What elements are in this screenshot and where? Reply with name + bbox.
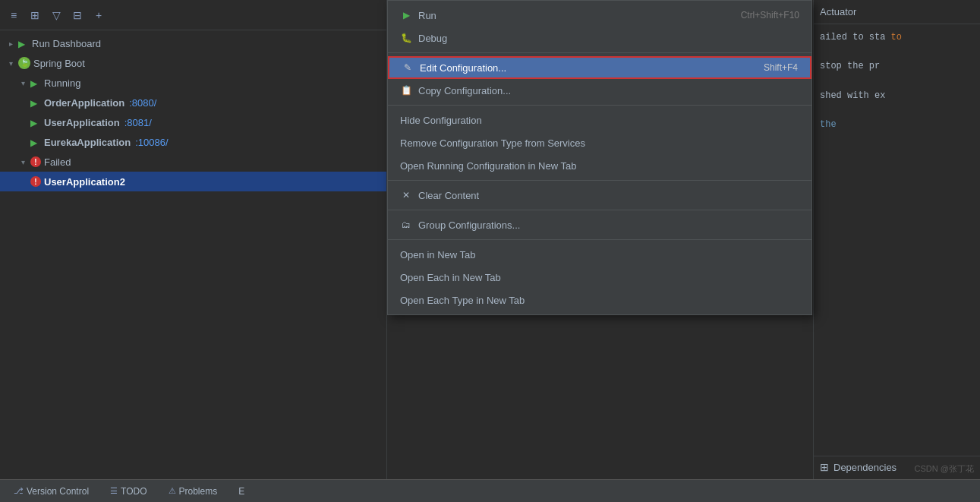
- eureka-app-port: :10086/: [135, 137, 168, 148]
- open-running-label: Open Running Configuration in New Tab: [400, 160, 576, 172]
- tree-item-run-dashboard[interactable]: Run Dashboard: [0, 33, 386, 53]
- arrow-running: [18, 78, 27, 87]
- spring-boot-label: Spring Boot: [33, 58, 85, 69]
- spring-boot-icon: 🍃: [18, 57, 30, 69]
- sidebar: ≡ ⊞ ▽ ⊟ + Run Dashboard 🍃 Spring Boot Ru…: [0, 0, 387, 502]
- menu-item-group-configs[interactable]: 🗂 Group Configurations...: [388, 213, 811, 236]
- tree-item-user-app2[interactable]: ! UserApplication2: [0, 172, 386, 191]
- run-icon-user: [30, 117, 41, 128]
- tree-item-eureka-app[interactable]: EurekaApplication :10086/: [0, 132, 386, 152]
- order-app-label: OrderApplication: [44, 97, 124, 109]
- console-line-4: the: [820, 118, 974, 132]
- open-new-tab-label: Open in New Tab: [400, 249, 476, 260]
- run-menu-icon: ▶: [400, 9, 412, 21]
- version-control-label: Version Control: [27, 486, 89, 497]
- open-each-new-tab-label: Open Each in New Tab: [400, 272, 501, 283]
- tree-item-order-app[interactable]: OrderApplication :8080/: [0, 93, 386, 112]
- todo-label: TODO: [121, 486, 147, 497]
- arrow-spring-boot: [6, 58, 15, 68]
- console-line-1: ailed to sta to: [820, 30, 974, 45]
- problems-label: Problems: [179, 486, 218, 497]
- divider-3: [388, 180, 811, 181]
- edit-config-shortcut: Shift+F4: [764, 62, 798, 73]
- running-label: Running: [44, 77, 80, 89]
- toolbar-icon-4[interactable]: ⊟: [70, 8, 85, 23]
- sidebar-toolbar: ≡ ⊞ ▽ ⊟ +: [0, 0, 386, 30]
- version-control-icon: ⎇: [14, 486, 24, 496]
- menu-item-open-each-new-tab[interactable]: Open Each in New Tab: [388, 266, 811, 289]
- run-icon-dashboard: [18, 38, 29, 49]
- tree-item-user-app[interactable]: UserApplication :8081/: [0, 112, 386, 132]
- group-configs-icon: 🗂: [400, 219, 412, 231]
- toolbar-icon-3[interactable]: ▽: [49, 8, 64, 23]
- divider-1: [388, 52, 811, 53]
- clear-content-label: Clear Content: [418, 190, 479, 201]
- error-icon-user2: !: [30, 176, 41, 187]
- open-each-type-label: Open Each Type in New Tab: [400, 295, 525, 306]
- bottom-bar: ⎇ Version Control ☰ TODO ⚠ Problems E: [0, 479, 980, 502]
- clear-content-icon: ✕: [400, 189, 412, 201]
- run-icon-eureka: [30, 137, 41, 147]
- tree-item-running[interactable]: Running: [0, 73, 386, 93]
- copy-config-label: Copy Configuration...: [418, 85, 511, 96]
- divider-2: [388, 105, 811, 106]
- debug-menu-icon: 🐛: [400, 32, 412, 44]
- run-label: Run: [418, 10, 436, 21]
- divider-5: [388, 239, 811, 240]
- context-menu: ▶ Run Ctrl+Shift+F10 🐛 Debug ✎ Edit Conf…: [387, 0, 812, 315]
- tab-extra[interactable]: E: [234, 480, 249, 502]
- menu-item-edit-config[interactable]: ✎ Edit Configuration... Shift+F4: [388, 56, 811, 79]
- run-icon-running: [30, 77, 41, 88]
- toolbar-icon-2[interactable]: ⊞: [27, 8, 43, 23]
- menu-item-open-each-type[interactable]: Open Each Type in New Tab: [388, 289, 811, 311]
- menu-item-remove-config[interactable]: Remove Configuration Type from Services: [388, 131, 811, 154]
- right-panel-title: Actuator: [814, 0, 980, 24]
- dependencies-label: Dependencies: [833, 462, 896, 473]
- user-app2-label: UserApplication2: [44, 176, 125, 188]
- user-app-label: UserApplication: [44, 117, 120, 128]
- edit-config-icon: ✎: [402, 62, 414, 74]
- arrow-run-dashboard: [6, 39, 15, 48]
- toolbar-icon-5[interactable]: +: [91, 8, 106, 23]
- error-icon-failed: !: [30, 156, 41, 167]
- tab-todo[interactable]: ☰ TODO: [106, 480, 151, 502]
- tree-item-spring-boot[interactable]: 🍃 Spring Boot: [0, 53, 386, 73]
- tab-problems[interactable]: ⚠ Problems: [164, 480, 222, 502]
- eureka-app-label: EurekaApplication: [44, 137, 131, 148]
- right-panel: Actuator ailed to sta to stop the pr she…: [813, 0, 980, 502]
- group-configs-label: Group Configurations...: [418, 219, 520, 231]
- extra-label: E: [238, 486, 244, 497]
- hide-config-label: Hide Configuration: [400, 115, 482, 126]
- debug-label: Debug: [418, 33, 447, 44]
- menu-item-debug[interactable]: 🐛 Debug: [388, 27, 811, 49]
- console-line-2: stop the pr: [820, 59, 974, 74]
- run-tree: Run Dashboard 🍃 Spring Boot Running Orde…: [0, 30, 386, 194]
- dependencies-icon: ⊞: [820, 461, 829, 473]
- menu-item-open-running[interactable]: Open Running Configuration in New Tab: [388, 154, 811, 177]
- watermark: CSDN @张丁花: [915, 463, 974, 475]
- arrow-failed: [18, 157, 27, 166]
- run-shortcut: Ctrl+Shift+F10: [741, 10, 799, 21]
- copy-config-icon: 📋: [400, 84, 412, 96]
- todo-icon: ☰: [110, 486, 118, 496]
- tree-item-failed[interactable]: ! Failed: [0, 152, 386, 172]
- menu-item-clear-content[interactable]: ✕ Clear Content: [388, 184, 811, 207]
- menu-item-open-new-tab[interactable]: Open in New Tab: [388, 243, 811, 266]
- failed-label: Failed: [44, 156, 71, 168]
- problems-icon: ⚠: [169, 486, 176, 496]
- menu-item-hide-config[interactable]: Hide Configuration: [388, 109, 811, 131]
- divider-4: [388, 210, 811, 210]
- console-output: ailed to sta to stop the pr shed with ex…: [814, 24, 980, 138]
- tab-version-control[interactable]: ⎇ Version Control: [9, 480, 93, 502]
- toolbar-icon-1[interactable]: ≡: [6, 8, 21, 23]
- edit-config-label: Edit Configuration...: [420, 62, 506, 74]
- run-dashboard-label: Run Dashboard: [32, 38, 101, 49]
- user-app-port: :8081/: [124, 117, 152, 128]
- console-line-3: shed with ex: [820, 89, 974, 103]
- remove-config-label: Remove Configuration Type from Services: [400, 137, 585, 149]
- actuator-label: Actuator: [820, 6, 856, 17]
- menu-item-copy-config[interactable]: 📋 Copy Configuration...: [388, 79, 811, 102]
- order-app-port: :8080/: [129, 97, 156, 109]
- run-icon-order: [30, 97, 41, 108]
- menu-item-run[interactable]: ▶ Run Ctrl+Shift+F10: [388, 4, 811, 27]
